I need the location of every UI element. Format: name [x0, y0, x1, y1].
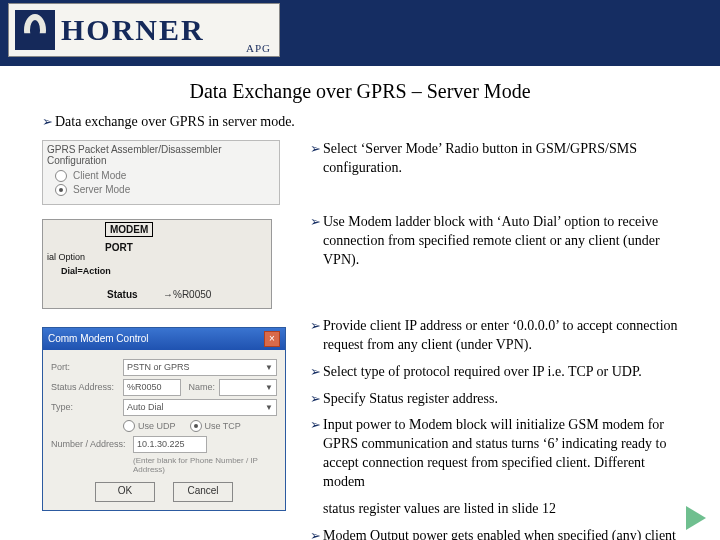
port-row: Port: PSTN or GPRS ▼: [51, 359, 277, 376]
bullet-5-text: Specify Status register address.: [323, 390, 498, 409]
type-dropdown[interactable]: Auto Dial ▼: [123, 399, 277, 416]
modem-status-value: →%R0050: [163, 289, 211, 300]
number-input[interactable]: 10.1.30.225: [133, 436, 207, 453]
bullet-icon: ➢: [310, 317, 321, 335]
bullet-7: ➢ Modem Output power gets enabled when s…: [310, 527, 678, 540]
logo-sub: APG: [246, 42, 271, 54]
radio-icon: [190, 420, 202, 432]
bullet-4: ➢ Select type of protocol required over …: [310, 363, 678, 382]
row-1: GPRS Packet Assembler/Disassembler Confi…: [42, 140, 678, 205]
bullet-1-text: Select ‘Server Mode’ Radio button in GSM…: [323, 140, 678, 178]
chevron-down-icon: ▼: [265, 383, 273, 392]
status-address-label: Status Address:: [51, 382, 123, 392]
type-row: Type: Auto Dial ▼: [51, 399, 277, 416]
text-col-3: ➢ Provide client IP address or enter ‘0.…: [310, 317, 678, 540]
comm-body: Port: PSTN or GPRS ▼ Status Address: %R0…: [43, 350, 285, 510]
bullet-1: ➢ Select ‘Server Mode’ Radio button in G…: [310, 140, 678, 178]
modem-header: MODEM: [105, 222, 153, 237]
modem-status-label: Status: [107, 289, 138, 300]
gprs-config-image: GPRS Packet Assembler/Disassembler Confi…: [42, 140, 292, 205]
gprs-server-label: Server Mode: [73, 184, 130, 195]
modem-lbl1: ial Option: [47, 252, 85, 262]
comm-modem-window: Comm Modem Control × Port: PSTN or GPRS …: [42, 327, 286, 511]
modem-lbl3: Dial=Action: [61, 266, 111, 276]
port-label: Port:: [51, 362, 123, 372]
bullet-7-text: Modem Output power gets enabled when spe…: [323, 527, 678, 540]
bullet-3-text: Provide client IP address or enter ‘0.0.…: [323, 317, 678, 355]
bullet-3: ➢ Provide client IP address or enter ‘0.…: [310, 317, 678, 355]
comm-titlebar: Comm Modem Control ×: [43, 328, 285, 350]
dialog-buttons: OK Cancel: [51, 482, 277, 502]
bullet-icon: ➢: [310, 527, 321, 540]
bullet-6b: status register values are listed in sli…: [310, 500, 678, 519]
name-label: Name:: [181, 382, 219, 392]
ok-button[interactable]: OK: [95, 482, 155, 502]
row-2: MODEM ial Option PORT Dial=Action Status…: [42, 213, 678, 309]
modem-lbl2: PORT: [105, 242, 133, 253]
logo-name: HORNER: [61, 15, 205, 45]
radio-icon: [55, 170, 67, 182]
number-hint: (Enter blank for Phone Number / IP Addre…: [133, 456, 277, 474]
comm-window-image: Comm Modem Control × Port: PSTN or GPRS …: [42, 317, 292, 511]
radio-icon: [123, 420, 135, 432]
text-col-2: ➢ Use Modem ladder block with ‘Auto Dial…: [310, 213, 678, 278]
content-area: ➢ Data exchange over GPRS in server mode…: [0, 113, 720, 540]
bullet-icon: ➢: [310, 140, 321, 158]
text-col-1: ➢ Select ‘Server Mode’ Radio button in G…: [310, 140, 678, 186]
bullet-icon: ➢: [310, 416, 321, 434]
comm-title-text: Comm Modem Control: [48, 333, 149, 344]
bullet-icon: ➢: [310, 363, 321, 381]
type-label: Type:: [51, 402, 123, 412]
gprs-client-radio[interactable]: Client Mode: [55, 170, 275, 182]
bullet-2: ➢ Use Modem ladder block with ‘Auto Dial…: [310, 213, 678, 270]
bullet-5: ➢ Specify Status register address.: [310, 390, 678, 409]
status-address-input[interactable]: %R0050: [123, 379, 181, 396]
bullet-icon: ➢: [310, 390, 321, 408]
row-3: Comm Modem Control × Port: PSTN or GPRS …: [42, 317, 678, 540]
status-row: Status Address: %R0050 Name: ▼: [51, 379, 277, 396]
tcp-radio[interactable]: Use TCP: [190, 420, 241, 432]
number-label: Number / Address:: [51, 439, 133, 449]
cancel-button[interactable]: Cancel: [173, 482, 233, 502]
tcp-label: Use TCP: [205, 421, 241, 431]
number-value: 10.1.30.225: [137, 439, 185, 449]
modem-block: MODEM ial Option PORT Dial=Action Status…: [42, 219, 272, 309]
status-address-value: %R0050: [127, 382, 162, 392]
close-icon[interactable]: ×: [264, 331, 280, 347]
logo: HORNER APG: [8, 3, 280, 57]
bullet-6b-text: status register values are listed in sli…: [323, 500, 556, 519]
page-title: Data Exchange over GPRS – Server Mode: [0, 80, 720, 103]
intro-bullet: ➢ Data exchange over GPRS in server mode…: [42, 113, 678, 132]
bullet-4-text: Select type of protocol required over IP…: [323, 363, 642, 382]
port-dropdown[interactable]: PSTN or GPRS ▼: [123, 359, 277, 376]
bullet-icon: ➢: [310, 213, 321, 231]
logo-mark: [15, 10, 55, 50]
udp-label: Use UDP: [138, 421, 176, 431]
name-dropdown[interactable]: ▼: [219, 379, 277, 396]
number-row: Number / Address: 10.1.30.225: [51, 436, 277, 453]
bullet-2-text: Use Modem ladder block with ‘Auto Dial’ …: [323, 213, 678, 270]
type-value: Auto Dial: [127, 402, 164, 412]
header-bar: HORNER APG: [0, 0, 720, 66]
bullet-6: ➢ Input power to Modem block will initia…: [310, 416, 678, 492]
modem-block-image: MODEM ial Option PORT Dial=Action Status…: [42, 213, 292, 309]
gprs-server-radio[interactable]: Server Mode: [55, 184, 275, 196]
radio-icon: [55, 184, 67, 196]
bullet-icon: ➢: [42, 113, 53, 131]
next-arrow-icon[interactable]: [686, 506, 706, 530]
chevron-down-icon: ▼: [265, 363, 273, 372]
gprs-config-box: GPRS Packet Assembler/Disassembler Confi…: [42, 140, 280, 205]
protocol-radio-group: Use UDP Use TCP: [123, 420, 277, 432]
gprs-client-label: Client Mode: [73, 170, 126, 181]
gprs-config-title: GPRS Packet Assembler/Disassembler Confi…: [47, 144, 275, 166]
intro-text: Data exchange over GPRS in server mode.: [55, 113, 295, 132]
chevron-down-icon: ▼: [265, 403, 273, 412]
bullet-6-text: Input power to Modem block will initiali…: [323, 416, 678, 492]
port-value: PSTN or GPRS: [127, 362, 190, 372]
udp-radio[interactable]: Use UDP: [123, 420, 176, 432]
